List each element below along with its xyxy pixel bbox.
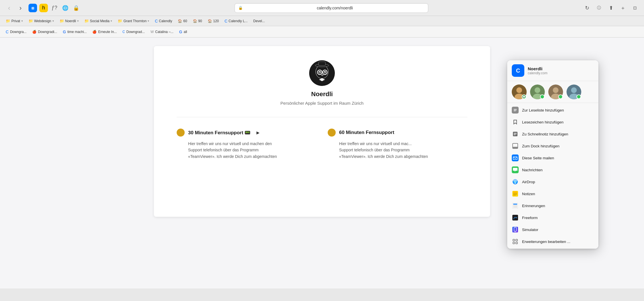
menu-item-simulator[interactable]: Simulator <box>507 224 598 236</box>
fav-item-5[interactable]: C Downgrad... <box>120 29 147 35</box>
folder-icon: 📁 <box>84 19 89 23</box>
extension-icon-3[interactable]: ƒ? <box>50 4 59 12</box>
bookmark-label: 90 <box>198 19 202 23</box>
service-1: 30 Minuten Fernsupport 📟 ▶ Hier treffen … <box>177 129 316 160</box>
menu-item-airdrop[interactable]: AirDrop <box>507 176 598 188</box>
house-icon: 🏠 <box>208 19 212 23</box>
bookmark-calendly-l[interactable]: C Calendly L... <box>222 18 250 24</box>
bookmark-grant-thornton[interactable]: 📁 Grant Thornton ▾ <box>115 18 151 24</box>
menu-item-mail[interactable]: Diese Seite mailen <box>507 152 598 164</box>
menu-item-label: Notizen <box>522 192 535 196</box>
bookmark-60[interactable]: 🏠 60 <box>176 18 189 24</box>
fav-icon: C <box>6 30 9 34</box>
folder-icon: 📁 <box>118 19 122 23</box>
profile-name: Noerdli <box>311 90 333 98</box>
menu-item-bookmark[interactable]: Lesezeichen hinzufügen <box>507 116 598 128</box>
bookmark-label: 60 <box>183 19 187 23</box>
menu-item-label: AirDrop <box>522 180 535 184</box>
popup-app-info: Noerdli calendly.com <box>528 66 547 75</box>
fav-item-1[interactable]: C Downgra... <box>3 28 29 35</box>
contact-1[interactable]: 💬 <box>512 84 527 99</box>
bookmark-icon <box>512 119 519 125</box>
url-text: calendly.com/noerdli <box>245 6 425 10</box>
mail-icon <box>512 154 519 161</box>
svg-text:⊞: ⊞ <box>31 6 34 10</box>
fav-item-6[interactable]: W Catalina –... <box>148 29 176 35</box>
svg-point-14 <box>321 78 323 81</box>
bookmark-social-media[interactable]: 📁 Social Media ▾ <box>82 18 115 24</box>
messages-icon <box>512 166 519 173</box>
fav-item-7[interactable]: G all <box>177 28 189 35</box>
contact-2[interactable] <box>530 84 545 99</box>
airdrop-icon <box>512 178 519 185</box>
profile-avatar <box>309 60 335 86</box>
fav-item-4[interactable]: 🍎 Erneute In... <box>90 29 119 35</box>
menu-items: Zur Leseliste hinzufügen Lesezeichen hin… <box>507 103 598 249</box>
contact-3[interactable] <box>548 84 563 99</box>
reading-list-icon <box>512 107 519 114</box>
share-button[interactable]: ⬆ <box>606 3 616 13</box>
notes-icon <box>512 190 519 197</box>
extension-icon-2[interactable]: h <box>39 4 48 12</box>
extension-icon-4[interactable]: 🌐 <box>61 4 70 12</box>
service-1-dot <box>177 129 185 137</box>
fav-label: Downgrad... <box>126 30 145 34</box>
bookmark-label: Social Media <box>90 19 110 23</box>
bookmark-privat[interactable]: 📁 Privat ▾ <box>3 18 25 24</box>
simulator-icon <box>512 226 519 233</box>
divider <box>177 117 467 117</box>
bookmark-devel[interactable]: Devel... <box>251 18 267 24</box>
fav-label: all <box>184 30 187 34</box>
svg-rect-61 <box>513 242 515 244</box>
house-icon: 🏠 <box>193 19 197 23</box>
favorites-bar: C Downgra... 🍎 Downgradi... G time machi… <box>0 26 644 38</box>
menu-item-label: Zu Schnellnotiz hinzufügen <box>522 132 568 136</box>
reload-button[interactable]: ↻ <box>582 3 592 13</box>
menu-item-messages[interactable]: Nachrichten <box>507 164 598 176</box>
svg-rect-5 <box>319 62 325 66</box>
bookmark-90[interactable]: 🏠 90 <box>191 18 204 24</box>
menu-item-quicknote[interactable]: Zu Schnellnotiz hinzufügen <box>507 128 598 140</box>
fav-label: Downgradi... <box>38 30 57 34</box>
folder-icon: 📁 <box>6 19 10 23</box>
fav-icon: 🍎 <box>32 30 36 34</box>
menu-item-notes[interactable]: Notizen <box>507 188 598 200</box>
bookmark-noerdli[interactable]: 📁 Noerdli ▾ <box>57 18 81 24</box>
fav-icon: 🍎 <box>92 30 97 34</box>
address-bar[interactable]: 🔒 calendly.com/noerdli <box>235 3 428 13</box>
menu-item-reminders[interactable]: Erinnerungen <box>507 200 598 212</box>
contact-badge-3 <box>558 94 563 99</box>
svg-point-12 <box>324 72 325 73</box>
browser-chrome: ‹ › ⊞ h ƒ? 🌐 🔒 🔒 calendly.com/noerdli ↻ … <box>0 0 644 38</box>
service-1-arrow[interactable]: ▶ <box>254 129 262 137</box>
show-tabs-button[interactable]: ⊡ <box>630 3 639 13</box>
svg-point-58 <box>515 232 515 232</box>
svg-rect-59 <box>513 239 515 241</box>
fav-label: Downgra... <box>10 30 27 34</box>
contact-4[interactable] <box>566 84 581 99</box>
reminders-icon <box>512 202 519 209</box>
service-1-desc: Hier treffen wir uns nur virtuell und ma… <box>177 141 316 160</box>
forward-button[interactable]: › <box>16 3 25 13</box>
bookmark-label: 120 <box>213 19 219 23</box>
back-button[interactable]: ‹ <box>5 3 14 13</box>
bookmark-label: Privat <box>11 19 20 23</box>
fav-item-3[interactable]: G time machi... <box>61 28 89 35</box>
menu-item-label: Erweiterungen bearbeiten ... <box>522 240 570 244</box>
bookmark-calendly[interactable]: C Calendly <box>152 18 174 24</box>
new-tab-button[interactable]: ＋ <box>618 3 627 13</box>
chevron-icon: ▾ <box>77 19 79 22</box>
reader-button[interactable]: ⓘ <box>594 3 604 13</box>
menu-item-dock[interactable]: Zum Dock hinzufügen <box>507 140 598 152</box>
popup-header: C Noerdli calendly.com <box>507 60 598 81</box>
bookmark-webdesign[interactable]: 📁 Webdesign ▾ <box>26 18 56 24</box>
menu-item-freeform[interactable]: Freeform <box>507 212 598 224</box>
bookmark-120[interactable]: 🏠 120 <box>205 18 221 24</box>
extension-icon-5[interactable]: 🔒 <box>72 4 80 12</box>
svg-rect-53 <box>513 207 517 207</box>
fav-item-2[interactable]: 🍎 Downgradi... <box>30 29 59 35</box>
menu-item-reading-list[interactable]: Zur Leseliste hinzufügen <box>507 104 598 116</box>
extension-icon-1[interactable]: ⊞ <box>28 4 37 12</box>
menu-item-label: Lesezeichen hinzufügen <box>522 120 564 124</box>
menu-item-extensions[interactable]: Erweiterungen bearbeiten ... <box>507 236 598 248</box>
